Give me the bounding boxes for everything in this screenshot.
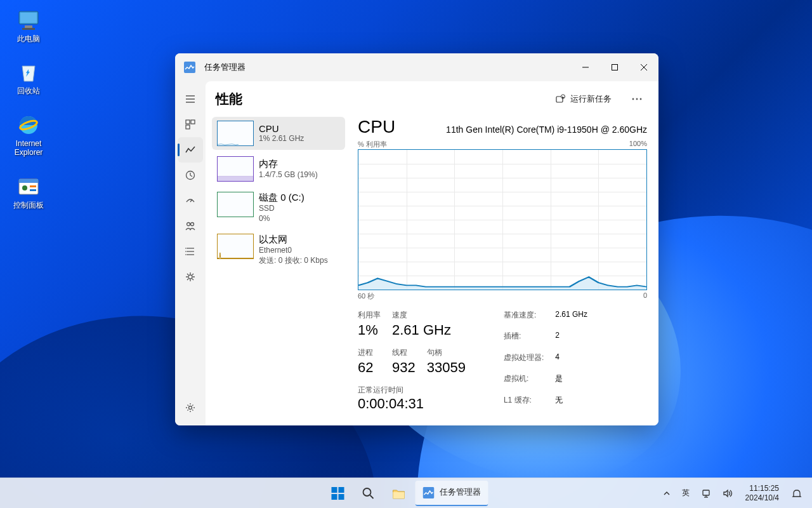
cpu-line [358, 150, 646, 290]
svg-point-30 [185, 251, 186, 252]
this-pc-icon [16, 8, 41, 33]
r-sock-l: 插槽: [504, 331, 544, 348]
r-vproc-v: 4 [555, 352, 587, 370]
svg-point-8 [22, 185, 27, 190]
task-manager-window: 任务管理器 性能 ▶ 运行 [175, 53, 658, 425]
stat-util-label: 利用率 [358, 310, 381, 321]
r-vproc-l: 虚拟处理器: [504, 352, 544, 370]
detail-model: 11th Gen Intel(R) Core(TM) i9-11950H @ 2… [446, 124, 647, 135]
stat-thread-label: 线程 [392, 347, 416, 358]
desktop-icon-control-panel[interactable]: 控制面板 [5, 171, 52, 212]
perf-item-memory[interactable]: 内存 1.4/7.5 GB (19%) [212, 152, 345, 185]
start-button[interactable] [324, 481, 352, 506]
control-panel-icon [16, 174, 41, 199]
desktop-icons: 此电脑 回收站 Internet Explorer 控制面板 [5, 5, 52, 212]
nav-performance[interactable] [178, 137, 203, 163]
maximize-button[interactable] [600, 53, 629, 81]
perf-item-ethernet[interactable]: 以太网 Ethernet0 发送: 0 接收: 0 Kbps [212, 230, 345, 269]
tray-date: 2024/10/4 [745, 493, 779, 502]
svg-rect-47 [393, 492, 405, 498]
desktop-icon-this-pc[interactable]: 此电脑 [5, 5, 52, 46]
svg-rect-43 [332, 494, 337, 500]
svg-point-24 [187, 223, 190, 226]
task-manager-icon [184, 62, 195, 73]
minimize-button[interactable] [571, 53, 600, 81]
r-l1-l: L1 缓存: [504, 395, 544, 412]
perf-net-name: 以太网 [259, 234, 328, 246]
graph-y-max: 100% [629, 140, 647, 149]
nav-services[interactable] [178, 264, 203, 290]
svg-rect-9 [30, 185, 36, 187]
cpu-graph[interactable] [358, 149, 647, 290]
perf-disk-sub2: 0% [259, 214, 304, 224]
cpu-thumb [217, 121, 254, 146]
svg-rect-20 [191, 120, 195, 124]
page-title: 性能 [216, 90, 242, 108]
perf-net-sub1: Ethernet0 [259, 246, 328, 256]
tray-notifications-icon[interactable] [787, 481, 807, 506]
graph-y-label: % 利用率 [358, 140, 387, 149]
more-button[interactable] [625, 88, 648, 110]
nav-processes[interactable] [178, 112, 203, 137]
titlebar[interactable]: 任务管理器 [175, 53, 658, 81]
svg-text:▶: ▶ [562, 95, 565, 99]
svg-rect-3 [22, 28, 35, 30]
ethernet-thumb [217, 234, 254, 259]
file-explorer-button[interactable] [385, 481, 413, 506]
svg-rect-41 [332, 487, 337, 493]
taskbar-app-label: 任务管理器 [440, 487, 481, 498]
taskbar-app-task-manager[interactable]: 任务管理器 [416, 481, 488, 506]
svg-rect-7 [19, 179, 38, 183]
graph-x-left: 60 秒 [358, 291, 374, 301]
nav-startup[interactable] [178, 188, 203, 213]
tray-ime[interactable]: 英 [677, 481, 695, 506]
stat-proc-val: 62 [358, 359, 381, 376]
desktop-icon-recycle-bin[interactable]: 回收站 [5, 57, 52, 98]
stat-handle-label: 句柄 [427, 347, 466, 358]
nav-rail [175, 81, 206, 425]
run-new-task-button[interactable]: ▶ 运行新任务 [549, 90, 618, 109]
tray-network-icon[interactable] [696, 481, 716, 506]
svg-rect-44 [339, 494, 344, 500]
desktop-icon-ie[interactable]: Internet Explorer [5, 110, 52, 160]
svg-rect-19 [186, 120, 190, 124]
svg-marker-40 [358, 277, 646, 290]
search-button[interactable] [355, 481, 383, 506]
perf-disk-sub1: SSD [259, 204, 304, 214]
perf-item-cpu[interactable]: CPU 1% 2.61 GHz [212, 117, 345, 150]
tray-time: 11:15:25 [745, 484, 779, 493]
hamburger-button[interactable] [178, 86, 203, 112]
detail-title: CPU [358, 117, 395, 137]
svg-point-33 [189, 406, 192, 410]
stat-uptime-val: 0:00:04:31 [358, 396, 466, 412]
perf-disk-name: 磁盘 0 (C:) [259, 192, 304, 204]
r-l1-v: 无 [555, 395, 587, 412]
ie-icon [16, 112, 41, 138]
nav-users[interactable] [178, 213, 203, 239]
r-base-l: 基准速度: [504, 310, 544, 327]
nav-app-history[interactable] [178, 163, 203, 188]
nav-settings[interactable] [178, 395, 203, 420]
stat-handle-val: 33059 [427, 359, 466, 376]
stat-util-val: 1% [358, 322, 381, 338]
svg-point-31 [185, 254, 186, 255]
svg-point-39 [640, 98, 642, 100]
content-header: 性能 ▶ 运行新任务 [206, 81, 658, 117]
memory-thumb [217, 156, 254, 182]
r-sock-v: 2 [555, 331, 587, 348]
perf-item-disk[interactable]: 磁盘 0 (C:) SSD 0% [212, 188, 345, 227]
r-vm-v: 是 [555, 373, 587, 391]
tray-volume-icon[interactable] [717, 481, 738, 506]
desktop-icon-label: 控制面板 [13, 201, 44, 210]
svg-rect-2 [25, 25, 32, 28]
close-button[interactable] [629, 53, 658, 81]
nav-details[interactable] [178, 239, 203, 264]
svg-rect-21 [186, 125, 190, 129]
tray-clock[interactable]: 11:15:25 2024/10/4 [739, 484, 785, 502]
stat-thread-val: 932 [392, 359, 416, 376]
svg-rect-49 [703, 490, 709, 495]
tray-chevron[interactable] [658, 481, 676, 506]
perf-detail: CPU 11th Gen Intel(R) Core(TM) i9-11950H… [353, 117, 652, 419]
perf-cpu-name: CPU [259, 123, 304, 134]
stat-proc-label: 进程 [358, 347, 381, 358]
